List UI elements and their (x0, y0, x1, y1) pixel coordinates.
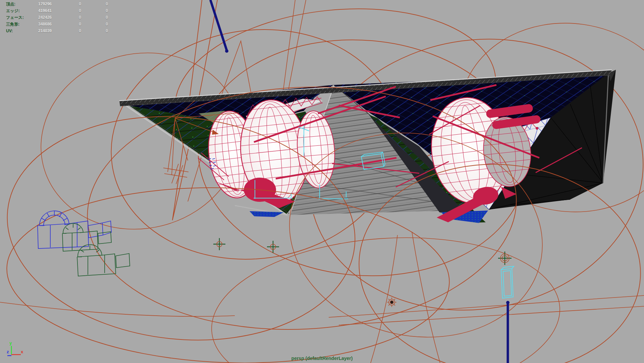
hud-label: 三角形: (0, 21, 34, 28)
locator-2[interactable] (267, 241, 279, 253)
hud-col3: 0 (81, 28, 108, 34)
hud-col3: 0 (81, 21, 108, 28)
hud-col2: 0 (52, 7, 81, 14)
x-axis-label: x (21, 349, 23, 354)
locator-1[interactable] (213, 238, 225, 250)
scene-3d[interactable] (0, 0, 644, 363)
hud-value: 242426 (34, 14, 52, 21)
hud-col3: 0 (81, 7, 108, 14)
hud-col2: 0 (52, 14, 81, 21)
hud-label: UV: (0, 28, 34, 34)
hud-value: 419641 (34, 7, 52, 14)
y-axis-label: y (9, 341, 12, 346)
view-axis-gizmo: y x z (4, 340, 31, 360)
hud-value: 348686 (34, 21, 52, 28)
hud-label: 頂点: (0, 1, 34, 7)
hud-col3: 0 (81, 14, 108, 21)
hud-col3: 0 (81, 1, 108, 7)
hud-row-uv: UV: 214039 0 0 (0, 28, 108, 34)
hud-value: 179296 (34, 1, 52, 7)
hud-row-vertices: 頂点: 179296 0 0 (0, 1, 108, 7)
hud-label: エッジ: (0, 7, 34, 14)
hud-col2: 0 (52, 1, 81, 7)
hud-row-edges: エッジ: 419641 0 0 (0, 7, 108, 14)
hud-row-triangles: 三角形: 348686 0 0 (0, 21, 108, 28)
light-marker[interactable] (387, 298, 396, 307)
hud-col2: 0 (52, 21, 81, 28)
locator-3[interactable] (498, 252, 512, 265)
hud-value: 214039 (34, 28, 52, 34)
camera-label: persp (defaultRenderLayer) (0, 356, 644, 361)
hud-col2: 0 (52, 28, 81, 34)
spaceship-structure[interactable] (119, 70, 616, 223)
z-axis-label: z (7, 349, 9, 354)
camera-blue[interactable] (38, 211, 111, 248)
hud-row-faces: フェース: 242426 0 0 (0, 14, 108, 21)
poly-count-hud: 頂点: 179296 0 0 エッジ: 419641 0 0 フェース: 242… (0, 1, 108, 34)
blue-floor-left (250, 211, 284, 217)
camera-green-2[interactable] (77, 244, 130, 276)
hud-label: フェース: (0, 14, 34, 21)
maya-viewport[interactable]: 頂点: 179296 0 0 エッジ: 419641 0 0 フェース: 242… (0, 0, 644, 363)
